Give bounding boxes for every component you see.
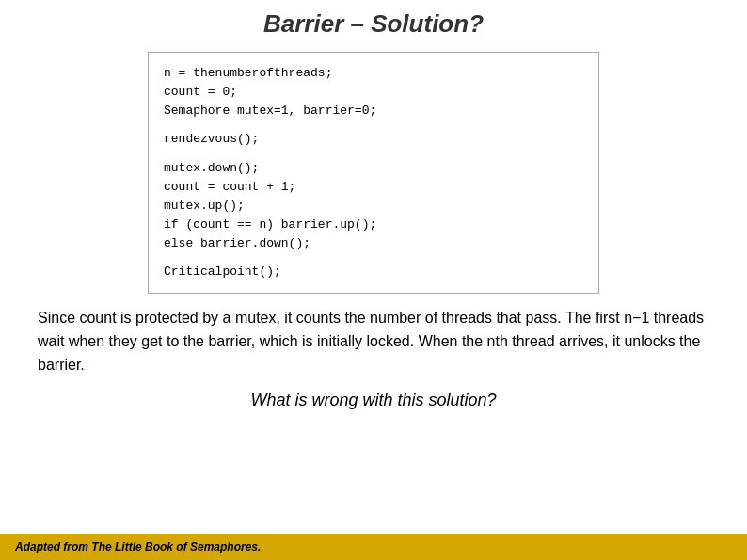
page-title: Barrier – Solution? — [28, 9, 719, 39]
code-block: n = thenumberofthreads; count = 0; Semap… — [148, 52, 599, 294]
code-line-11: else barrier.down(); — [164, 234, 583, 253]
code-line-1: n = thenumberofthreads; — [164, 64, 583, 83]
code-line-10: if (count == n) barrier.up(); — [164, 216, 583, 234]
code-spacer-1 — [164, 120, 583, 130]
code-line-7: mutex.down(); — [164, 159, 583, 178]
code-line-8: count = count + 1; — [164, 178, 583, 197]
question-text: What is wrong with this solution? — [28, 391, 719, 410]
code-spacer-3 — [164, 253, 583, 263]
code-line-13: Criticalpoint(); — [164, 263, 583, 281]
main-content: Barrier – Solution? n = thenumberofthrea… — [0, 0, 747, 534]
page-container: Barrier – Solution? n = thenumberofthrea… — [0, 0, 747, 560]
code-line-2: count = 0; — [164, 83, 583, 102]
code-line-9: mutex.up(); — [164, 197, 583, 216]
footer-bar: Adapted from The Little Book of Semaphor… — [0, 534, 747, 560]
footer-text: Adapted from The Little Book of Semaphor… — [15, 540, 261, 553]
description-text: Since count is protected by a mutex, it … — [28, 307, 719, 376]
code-line-5: rendezvous(); — [164, 130, 583, 149]
code-spacer-2 — [164, 150, 583, 159]
code-line-3: Semaphore mutex=1, barrier=0; — [164, 102, 583, 120]
